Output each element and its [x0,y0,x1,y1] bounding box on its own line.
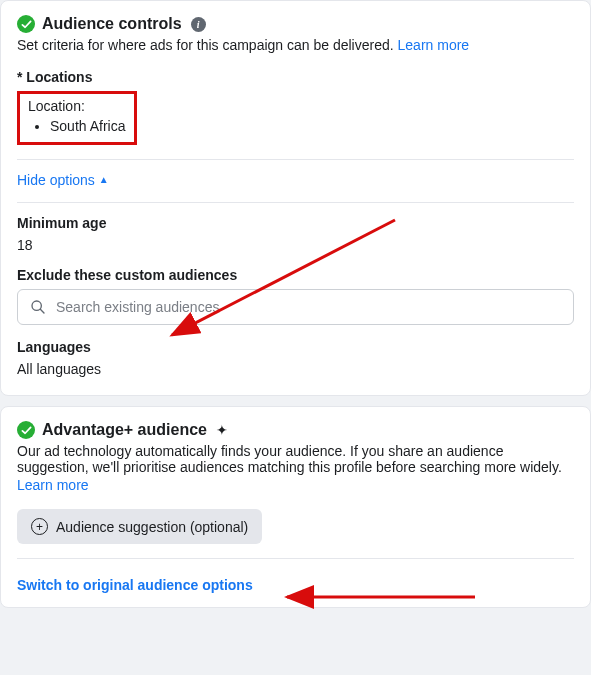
divider [17,159,574,160]
exclude-label: Exclude these custom audiences [17,267,574,283]
panel-header: Audience controls i [17,15,574,33]
suggestion-label: Audience suggestion (optional) [56,519,248,535]
audience-controls-title: Audience controls [42,15,182,33]
audience-suggestion-button[interactable]: + Audience suggestion (optional) [17,509,262,544]
check-circle-icon [17,15,35,33]
divider [17,202,574,203]
hide-options-label: Hide options [17,172,95,188]
location-list: South Africa [28,118,126,134]
advantage-desc: Our ad technology automatically finds yo… [17,443,574,475]
languages-label: Languages [17,339,574,355]
locations-field: * Locations Location: South Africa Hide … [17,69,574,188]
panel-header: Advantage+ audience ✦ [17,421,574,439]
check-circle-icon [17,421,35,439]
audience-controls-panel: Audience controls i Set criteria for whe… [0,0,591,396]
advantage-title: Advantage+ audience [42,421,207,439]
divider [17,558,574,559]
languages-value: All languages [17,361,574,377]
learn-more-link[interactable]: Learn more [398,37,470,53]
sparkle-icon: ✦ [216,422,228,438]
advantage-learn-more-link[interactable]: Learn more [17,477,89,493]
svg-line-1 [40,309,44,313]
exclude-audiences-field: Exclude these custom audiences [17,267,574,325]
min-age-label: Minimum age [17,215,574,231]
advantage-audience-panel: Advantage+ audience ✦ Our ad technology … [0,406,591,608]
min-age-field: Minimum age 18 [17,215,574,253]
location-title: Location: [28,98,126,114]
info-icon[interactable]: i [191,17,206,32]
audience-controls-subtext: Set criteria for where ads for this camp… [17,37,574,53]
languages-field: Languages All languages [17,339,574,377]
search-audiences-box[interactable] [17,289,574,325]
advantage-desc-text: Our ad technology automatically finds yo… [17,443,562,475]
locations-label: * Locations [17,69,574,85]
subtext-text: Set criteria for where ads for this camp… [17,37,398,53]
search-icon [30,299,46,315]
caret-up-icon: ▲ [99,175,109,185]
location-item: South Africa [50,118,126,134]
location-highlight-box: Location: South Africa [17,91,137,145]
plus-circle-icon: + [31,518,48,535]
hide-options-toggle[interactable]: Hide options ▲ [17,172,109,188]
search-audiences-input[interactable] [56,299,561,315]
switch-audience-link[interactable]: Switch to original audience options [17,571,253,603]
min-age-value: 18 [17,237,574,253]
